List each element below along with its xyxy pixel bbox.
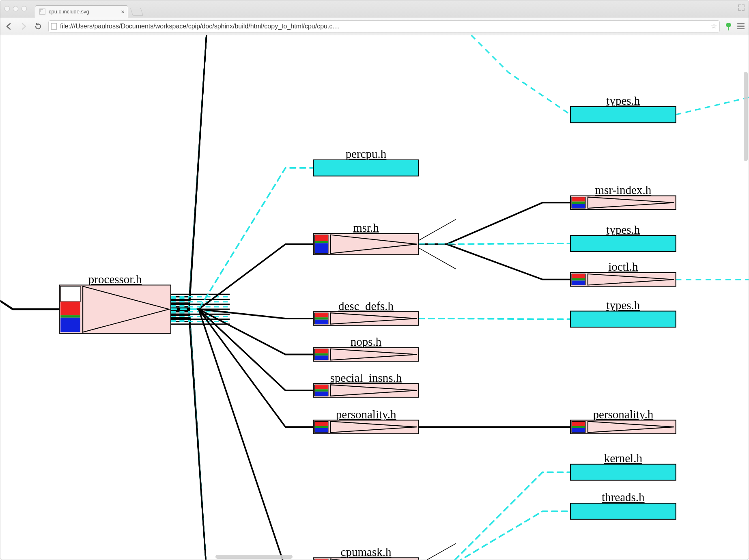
svg-rect-53 — [313, 558, 419, 560]
svg-rect-31 — [314, 317, 328, 319]
extension-icon[interactable] — [725, 22, 732, 30]
bookmark-star-icon[interactable]: ☆ — [711, 22, 717, 30]
svg-rect-21 — [313, 160, 419, 176]
svg-rect-80 — [572, 428, 585, 433]
svg-rect-71 — [572, 278, 585, 280]
svg-text:types.h: types.h — [606, 299, 640, 312]
svg-text:msr.h: msr.h — [353, 221, 379, 234]
svg-rect-49 — [314, 426, 328, 428]
svg-rect-79 — [572, 426, 585, 428]
svg-rect-70 — [572, 274, 585, 278]
close-dot-icon[interactable] — [4, 6, 10, 11]
svg-text:nops.h: nops.h — [351, 335, 382, 348]
forward-button[interactable] — [19, 22, 28, 31]
back-button[interactable] — [4, 22, 13, 31]
svg-rect-17 — [60, 302, 80, 315]
svg-text:bitmap.h: bitmap.h — [603, 559, 644, 560]
close-tab-icon[interactable]: × — [121, 9, 125, 15]
tab-strip: cpu.c.include.svg × — [0, 0, 749, 17]
browser-window: cpu.c.include.svg × file:///Users/paulro… — [0, 0, 749, 560]
svg-rect-83 — [570, 464, 676, 480]
svg-rect-25 — [314, 241, 328, 243]
svg-rect-72 — [572, 280, 585, 285]
svg-rect-75 — [570, 311, 676, 327]
toolbar: file:///Users/paulross/Documents/workspa… — [0, 17, 749, 35]
minimize-dot-icon[interactable] — [13, 6, 18, 11]
svg-rect-48 — [314, 421, 328, 426]
svg-point-0 — [726, 23, 731, 27]
tab-title: cpu.c.include.svg — [49, 9, 89, 15]
svg-rect-37 — [314, 353, 328, 355]
svg-rect-36 — [314, 349, 328, 353]
svg-rect-59 — [570, 107, 676, 123]
browser-tab[interactable]: cpu.c.include.svg × — [35, 5, 128, 17]
svg-rect-63 — [572, 202, 585, 204]
svg-text:threads.h: threads.h — [602, 491, 645, 504]
svg-rect-85 — [570, 503, 676, 519]
svg-text:personality.h: personality.h — [336, 408, 396, 421]
svg-rect-42 — [314, 385, 328, 389]
svg-rect-64 — [572, 204, 585, 208]
fullscreen-icon[interactable] — [738, 4, 745, 11]
svg-rect-43 — [314, 389, 328, 391]
svg-rect-62 — [572, 197, 585, 202]
svg-text:msr-index.h: msr-index.h — [595, 183, 651, 196]
window-controls — [4, 0, 27, 17]
page-viewport: processor.hpercpu.hmsr.hdesc_defs.hnops.… — [0, 35, 749, 560]
svg-rect-38 — [314, 355, 328, 360]
svg-rect-26 — [314, 243, 328, 253]
svg-rect-18 — [60, 315, 80, 318]
file-icon — [39, 9, 45, 15]
address-bar[interactable]: file:///Users/paulross/Documents/workspa… — [48, 20, 720, 32]
svg-rect-32 — [314, 320, 328, 324]
menu-button[interactable] — [737, 23, 745, 29]
page-icon — [51, 23, 57, 30]
svg-text:percpu.h: percpu.h — [346, 147, 387, 160]
vertical-scrollbar[interactable] — [744, 72, 748, 161]
svg-rect-50 — [314, 428, 328, 433]
include-graph-svg[interactable]: processor.hpercpu.hmsr.hdesc_defs.hnops.… — [0, 35, 749, 560]
reload-button[interactable] — [34, 22, 43, 31]
svg-text:ioctl.h: ioctl.h — [608, 260, 638, 273]
svg-rect-24 — [314, 235, 328, 241]
svg-rect-30 — [314, 313, 328, 317]
svg-rect-44 — [314, 392, 328, 396]
url-text: file:///Users/paulross/Documents/workspa… — [60, 23, 708, 30]
svg-rect-78 — [572, 421, 585, 426]
svg-rect-16 — [60, 286, 80, 302]
svg-text:kernel.h: kernel.h — [604, 452, 643, 465]
svg-rect-19 — [60, 318, 80, 332]
svg-text:desc_defs.h: desc_defs.h — [338, 299, 394, 312]
svg-text:types.h: types.h — [606, 94, 640, 107]
svg-rect-67 — [570, 235, 676, 252]
svg-text:types.h: types.h — [606, 223, 640, 236]
horizontal-scrollbar[interactable] — [215, 555, 293, 559]
new-tab-button[interactable] — [130, 8, 143, 16]
svg-text:processor.h: processor.h — [88, 273, 142, 286]
svg-text:personality.h: personality.h — [593, 408, 653, 421]
svg-text:special_insns.h: special_insns.h — [330, 371, 402, 384]
svg-text:cpumask.h: cpumask.h — [341, 545, 392, 558]
zoom-dot-icon[interactable] — [22, 6, 27, 11]
